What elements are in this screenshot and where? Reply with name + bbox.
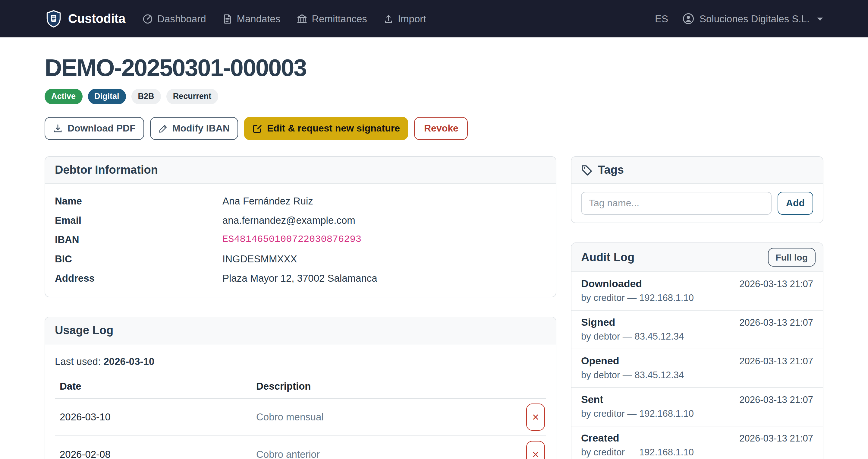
left-column: Debtor Information Name Ana Fernández Ru… bbox=[44, 156, 556, 459]
audit-time: 2026-03-13 21:07 bbox=[739, 395, 813, 405]
action-buttons: Download PDF Modify IBAN bbox=[44, 117, 824, 140]
audit-actor: by creditor — 192.168.1.10 bbox=[581, 447, 813, 458]
audit-card-header: Audit Log Full log bbox=[571, 243, 823, 272]
audit-event: Signed bbox=[581, 317, 615, 329]
field-label: Email bbox=[55, 215, 222, 226]
delete-usage-button[interactable]: × bbox=[526, 441, 545, 459]
tags-card-header: Tags bbox=[571, 157, 823, 184]
x-icon: × bbox=[532, 449, 539, 459]
edit-request-signature-button[interactable]: Edit & request new signature bbox=[244, 117, 408, 140]
nav-item-mandates[interactable]: Mandates bbox=[222, 13, 281, 24]
brand-link[interactable]: Custodita bbox=[44, 10, 125, 28]
usage-col-actions bbox=[513, 377, 546, 398]
usage-description: Cobro anterior bbox=[251, 436, 513, 459]
nav-item-label: Remittances bbox=[312, 13, 367, 24]
debtor-field-address: Address Plaza Mayor 12, 37002 Salamanca bbox=[55, 272, 546, 284]
audit-time: 2026-03-13 21:07 bbox=[739, 317, 813, 328]
download-pdf-button[interactable]: Download PDF bbox=[44, 117, 144, 140]
download-pdf-label: Download PDF bbox=[67, 122, 135, 135]
debtor-field-email: Email ana.fernandez@example.com bbox=[55, 215, 546, 226]
nav-item-import[interactable]: Import bbox=[383, 13, 426, 24]
audit-log-card: Audit Log Full log Downloaded 2026-03-13… bbox=[571, 242, 824, 459]
list-item: Created 2026-03-13 21:07 by creditor — 1… bbox=[571, 426, 823, 459]
page: Custodita Dashboard bbox=[0, 0, 868, 459]
page-title: DEMO-20250301-000003 bbox=[44, 54, 824, 81]
status-badge-recurrent: Recurrent bbox=[166, 89, 218, 104]
usage-card-header: Usage Log bbox=[45, 317, 556, 344]
nav-links: Dashboard Mandates bbox=[142, 13, 426, 24]
field-value: Ana Fernández Ruiz bbox=[222, 195, 313, 207]
last-used-date: 2026-03-10 bbox=[103, 356, 154, 367]
audit-time: 2026-03-13 21:07 bbox=[739, 356, 813, 367]
tags-title: Tags bbox=[598, 164, 624, 177]
usage-card-body: Last used: 2026-03-10 Date Description bbox=[45, 344, 556, 459]
usage-log-card: Usage Log Last used: 2026-03-10 Date Des… bbox=[44, 317, 556, 459]
add-tag-button[interactable]: Add bbox=[778, 192, 813, 215]
pencil-square-icon bbox=[253, 124, 262, 133]
usage-description: Cobro mensual bbox=[251, 398, 513, 436]
field-value-iban: ES4814650100722030876293 bbox=[222, 234, 361, 246]
audit-time: 2026-03-13 21:07 bbox=[739, 433, 813, 444]
last-used-line: Last used: 2026-03-10 bbox=[55, 356, 546, 367]
pencil-icon bbox=[158, 124, 167, 133]
status-badge-active: Active bbox=[44, 89, 82, 104]
language-switch[interactable]: ES bbox=[655, 13, 668, 24]
usage-date: 2026-02-08 bbox=[55, 436, 251, 459]
upload-icon bbox=[383, 13, 394, 24]
revoke-label: Revoke bbox=[424, 122, 458, 135]
debtor-field-bic: BIC INGDESMMXXX bbox=[55, 253, 546, 265]
audit-event: Sent bbox=[581, 394, 603, 406]
audit-title: Audit Log bbox=[581, 251, 634, 264]
audit-actor: by creditor — 192.168.1.10 bbox=[581, 292, 813, 304]
nav-item-label: Mandates bbox=[237, 13, 281, 24]
field-label: Name bbox=[55, 195, 222, 207]
tag-icon bbox=[581, 164, 592, 176]
shield-logo-icon bbox=[44, 10, 63, 28]
speedometer-icon bbox=[142, 13, 153, 24]
tag-name-input[interactable] bbox=[581, 192, 772, 215]
field-value: Plaza Mayor 12, 37002 Salamanca bbox=[222, 272, 377, 284]
nav-item-dashboard[interactable]: Dashboard bbox=[142, 13, 206, 24]
person-circle-icon bbox=[683, 13, 695, 25]
audit-actor: by debtor — 83.45.12.34 bbox=[581, 370, 813, 381]
field-label: Address bbox=[55, 272, 222, 284]
chevron-down-icon bbox=[817, 16, 824, 21]
table-row: 2026-03-10 Cobro mensual × bbox=[55, 398, 546, 436]
tags-card-body: Add bbox=[571, 184, 823, 223]
tags-card: Tags Add bbox=[571, 156, 824, 223]
last-used-label: Last used: bbox=[55, 356, 101, 367]
top-navbar: Custodita Dashboard bbox=[0, 0, 868, 37]
field-value: INGDESMMXXX bbox=[222, 253, 297, 265]
audit-actor: by debtor — 83.45.12.34 bbox=[581, 331, 813, 342]
table-row: 2026-02-08 Cobro anterior × bbox=[55, 436, 546, 459]
status-badge-b2b: B2B bbox=[131, 89, 161, 104]
audit-event: Created bbox=[581, 432, 619, 444]
revoke-button[interactable]: Revoke bbox=[414, 117, 468, 140]
account-menu[interactable]: Soluciones Digitales S.L. bbox=[683, 13, 824, 25]
file-text-icon bbox=[222, 13, 233, 24]
debtor-field-iban: IBAN ES4814650100722030876293 bbox=[55, 234, 546, 246]
field-label: IBAN bbox=[55, 234, 222, 246]
field-label: BIC bbox=[55, 253, 222, 265]
usage-col-date: Date bbox=[55, 377, 251, 398]
nav-item-remittances[interactable]: Remittances bbox=[297, 13, 367, 24]
usage-table: Date Description 2026-03-10 Cobro mensua… bbox=[55, 377, 546, 459]
delete-usage-button[interactable]: × bbox=[526, 403, 545, 431]
field-value: ana.fernandez@example.com bbox=[222, 215, 355, 226]
bank-icon bbox=[297, 13, 307, 24]
modify-iban-button[interactable]: Modify IBAN bbox=[150, 117, 238, 140]
download-icon bbox=[53, 124, 63, 133]
list-item: Signed 2026-03-13 21:07 by debtor — 83.4… bbox=[571, 311, 823, 349]
modify-iban-label: Modify IBAN bbox=[173, 122, 230, 135]
full-log-button[interactable]: Full log bbox=[768, 248, 815, 266]
audit-actor: by creditor — 192.168.1.10 bbox=[581, 408, 813, 419]
badge-row: Active Digital B2B Recurrent bbox=[44, 89, 824, 104]
list-item: Downloaded 2026-03-13 21:07 by creditor … bbox=[571, 272, 823, 311]
nav-item-label: Dashboard bbox=[157, 13, 206, 24]
debtor-field-name: Name Ana Fernández Ruiz bbox=[55, 195, 546, 207]
nav-right: ES Soluciones Digitales S.L. bbox=[655, 13, 824, 25]
x-icon: × bbox=[532, 411, 539, 423]
list-item: Opened 2026-03-13 21:07 by debtor — 83.4… bbox=[571, 349, 823, 388]
debtor-card-header: Debtor Information bbox=[45, 157, 556, 184]
status-badge-digital: Digital bbox=[88, 89, 126, 104]
